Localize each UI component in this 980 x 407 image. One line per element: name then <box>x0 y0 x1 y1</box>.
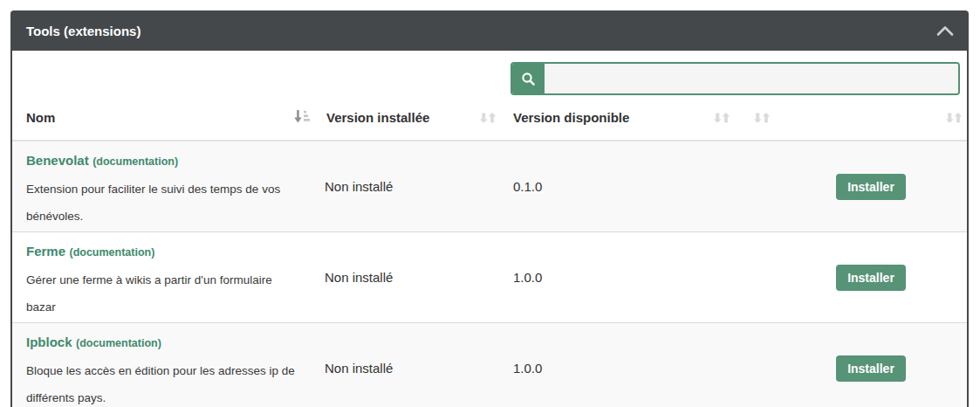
search-bar <box>12 51 967 95</box>
table-body: Benevolat (documentation) Extension pour… <box>12 141 967 407</box>
extension-title-line: Ipblock (documentation) <box>26 328 300 357</box>
table-row: Benevolat (documentation) Extension pour… <box>12 141 967 232</box>
documentation-link[interactable]: (documentation) <box>76 337 161 349</box>
extension-name-cell: Ipblock (documentation) Bloque les accès… <box>12 323 314 407</box>
available-version: 1.0.0 <box>501 270 735 285</box>
column-header[interactable]: Version disponible ⬇⬆ <box>501 95 735 140</box>
available-version: 1.0.0 <box>501 361 735 376</box>
installed-version: Non installé <box>314 270 501 285</box>
extension-name: Ipblock <box>26 335 72 349</box>
extension-description: Gérer une ferme à wikis a partir d'un fo… <box>26 266 300 321</box>
install-button[interactable]: Installer <box>836 265 906 291</box>
action-cell: Installer <box>775 355 967 382</box>
search-icon <box>512 64 545 93</box>
sort-both-icon[interactable]: ⬇⬆ <box>945 111 962 125</box>
tools-panel: Tools (extensions) Nom ⬇⬆ <box>10 10 969 407</box>
sort-amount-asc-icon[interactable] <box>294 109 310 127</box>
install-button[interactable]: Installer <box>836 355 906 382</box>
documentation-link[interactable]: (documentation) <box>93 155 178 168</box>
column-header[interactable]: ⬇⬆ <box>735 95 775 140</box>
search-group <box>511 62 960 95</box>
extensions-table: Nom ⬇⬆ Version installée ⬇⬆ Vers <box>12 95 967 407</box>
extension-title-line: Benevolat (documentation) <box>26 147 300 176</box>
extension-name-cell: Ferme (documentation) Gérer une ferme à … <box>12 232 314 322</box>
installed-version: Non installé <box>314 361 501 376</box>
search-input[interactable] <box>545 64 958 93</box>
sort-both-icon[interactable]: ⬇⬆ <box>753 111 770 125</box>
column-header[interactable]: ⬇⬆ <box>775 95 967 140</box>
installed-version: Non installé <box>314 179 501 194</box>
extension-title-line: Ferme (documentation) <box>26 238 300 266</box>
table-header-row: Nom ⬇⬆ Version installée ⬇⬆ Vers <box>12 95 967 141</box>
column-header[interactable]: Version installée ⬇⬆ <box>314 95 501 140</box>
extension-name-cell: Benevolat (documentation) Extension pour… <box>12 141 314 231</box>
table-row: Ipblock (documentation) Bloque les accès… <box>12 323 967 407</box>
available-version: 0.1.0 <box>501 179 735 194</box>
sort-both-icon[interactable]: ⬇⬆ <box>479 111 496 125</box>
panel-title: Tools (extensions) <box>26 24 140 38</box>
action-cell: Installer <box>775 265 967 291</box>
documentation-link[interactable]: (documentation) <box>69 246 154 259</box>
panel-header[interactable]: Tools (extensions) <box>10 10 969 51</box>
table-row: Ferme (documentation) Gérer une ferme à … <box>12 232 967 323</box>
extension-name: Benevolat <box>26 153 89 168</box>
panel-body: Nom ⬇⬆ Version installée ⬇⬆ Vers <box>10 51 969 407</box>
extension-description: Extension pour faciliter le suivi des te… <box>26 176 300 230</box>
extension-name: Ferme <box>26 244 65 259</box>
sort-both-icon[interactable]: ⬇⬆ <box>713 111 730 125</box>
install-button[interactable]: Installer <box>836 174 906 200</box>
extension-description: Bloque les accès en édition pour les adr… <box>26 357 300 407</box>
chevron-up-icon[interactable] <box>935 25 955 37</box>
action-cell: Installer <box>775 174 967 200</box>
column-header[interactable]: Nom ⬇⬆ <box>12 95 314 140</box>
